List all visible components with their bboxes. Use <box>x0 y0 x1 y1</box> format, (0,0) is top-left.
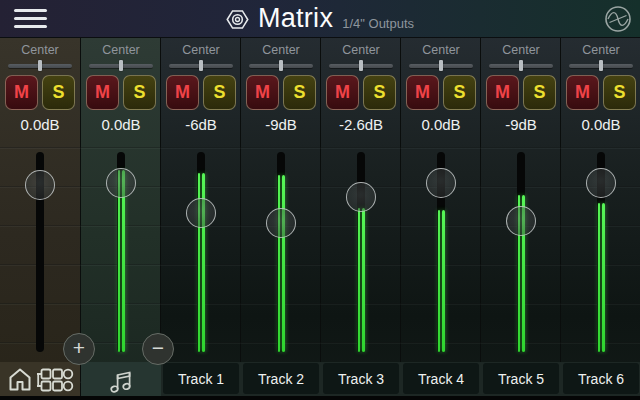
scale-gridline <box>0 303 640 305</box>
remove-button[interactable]: − <box>142 333 174 365</box>
scale-gridline <box>0 186 640 188</box>
mute-button[interactable]: M <box>166 75 199 110</box>
mute-button[interactable]: M <box>246 75 279 110</box>
strip-footer: Track 3 <box>321 362 401 396</box>
fader-knob[interactable] <box>346 182 376 212</box>
strip-footer <box>0 362 80 396</box>
pan-thumb[interactable] <box>599 60 603 71</box>
pan-label: Center <box>481 43 561 57</box>
mute-button[interactable]: M <box>5 75 38 110</box>
pan-label: Center <box>321 43 401 57</box>
routing-matrix-icon[interactable] <box>37 368 75 392</box>
fader-knob[interactable] <box>586 168 616 198</box>
fader-knob[interactable] <box>426 168 456 198</box>
screen-bottom-edge <box>0 396 640 400</box>
home-icon[interactable] <box>7 366 33 392</box>
pan-slider[interactable] <box>489 59 553 73</box>
scale-gridline <box>0 225 640 227</box>
solo-button[interactable]: S <box>283 75 316 110</box>
scale-gridline <box>0 342 640 344</box>
gain-value: 0.0dB <box>561 116 640 133</box>
solo-button[interactable]: S <box>123 75 156 110</box>
add-button[interactable]: + <box>63 333 95 365</box>
solo-button[interactable]: S <box>603 75 636 110</box>
level-meter <box>278 175 285 352</box>
pan-label: Center <box>401 43 481 57</box>
scale-gridline <box>0 264 640 266</box>
hexagon-knob-icon <box>226 9 249 30</box>
header-bar: Matrix 1/4" Outputs <box>0 0 640 38</box>
track-name-button[interactable]: Track 5 <box>483 363 559 394</box>
strip-footer <box>81 362 161 396</box>
solo-button[interactable]: S <box>523 75 556 110</box>
pan-slider[interactable] <box>569 59 633 73</box>
fader-knob[interactable] <box>506 206 536 236</box>
solo-button[interactable]: S <box>42 75 75 110</box>
pan-thumb[interactable] <box>38 60 42 71</box>
pan-slider[interactable] <box>249 59 313 73</box>
pan-slider[interactable] <box>169 59 233 73</box>
pan-thumb[interactable] <box>359 60 363 71</box>
waveform-circle-icon[interactable] <box>604 5 632 33</box>
gain-value: 0.0dB <box>0 116 80 133</box>
level-meter <box>598 203 605 352</box>
mute-button[interactable]: M <box>486 75 519 110</box>
track-name-button[interactable]: Track 4 <box>403 363 479 394</box>
solo-button[interactable]: S <box>363 75 396 110</box>
solo-button[interactable]: S <box>443 75 476 110</box>
scale-gridline <box>0 147 640 149</box>
pan-slider[interactable] <box>8 59 72 73</box>
pan-slider[interactable] <box>329 59 393 73</box>
pan-label: Center <box>0 43 80 57</box>
mute-button[interactable]: M <box>86 75 119 110</box>
gain-value: -2.6dB <box>321 116 401 133</box>
mixer-app: Center M S 0.0dB Center M <box>0 0 640 400</box>
pan-slider[interactable] <box>89 59 153 73</box>
fader-knob[interactable] <box>186 198 216 228</box>
fader-knob[interactable] <box>25 170 55 200</box>
strip-footer: Track 1 <box>161 362 241 396</box>
pan-slider[interactable] <box>409 59 473 73</box>
page-subtitle: 1/4" Outputs <box>342 16 414 31</box>
pan-label: Center <box>241 43 321 57</box>
page-title: Matrix <box>258 3 333 34</box>
pan-thumb[interactable] <box>519 60 523 71</box>
strip-footer: Track 6 <box>561 362 640 396</box>
mute-button[interactable]: M <box>406 75 439 110</box>
pan-thumb[interactable] <box>119 60 123 71</box>
title-group: Matrix 1/4" Outputs <box>0 0 640 37</box>
strip-footer: Track 2 <box>241 362 321 396</box>
mute-button[interactable]: M <box>566 75 599 110</box>
track-name-button[interactable]: Track 1 <box>163 363 239 394</box>
gain-value: -9dB <box>481 116 561 133</box>
pan-label: Center <box>561 43 640 57</box>
gain-value: 0.0dB <box>81 116 161 133</box>
solo-button[interactable]: S <box>203 75 236 110</box>
track-name-button[interactable]: Track 2 <box>243 363 319 394</box>
pan-thumb[interactable] <box>439 60 443 71</box>
track-name-button[interactable]: Track 6 <box>563 363 639 394</box>
strip-footer: Track 4 <box>401 362 481 396</box>
strip-footer: Track 5 <box>481 362 561 396</box>
track-name-button[interactable]: Track 3 <box>323 363 399 394</box>
fader-knob[interactable] <box>266 208 296 238</box>
pan-label: Center <box>81 43 161 57</box>
gain-value: 0.0dB <box>401 116 481 133</box>
gain-value: -9dB <box>241 116 321 133</box>
level-meter <box>438 210 445 352</box>
pan-thumb[interactable] <box>199 60 203 71</box>
music-notes-icon[interactable] <box>108 364 134 394</box>
fader-knob[interactable] <box>106 168 136 198</box>
gain-value: -6dB <box>161 116 241 133</box>
pan-label: Center <box>161 43 241 57</box>
pan-thumb[interactable] <box>279 60 283 71</box>
level-meter <box>358 208 365 352</box>
mute-button[interactable]: M <box>326 75 359 110</box>
